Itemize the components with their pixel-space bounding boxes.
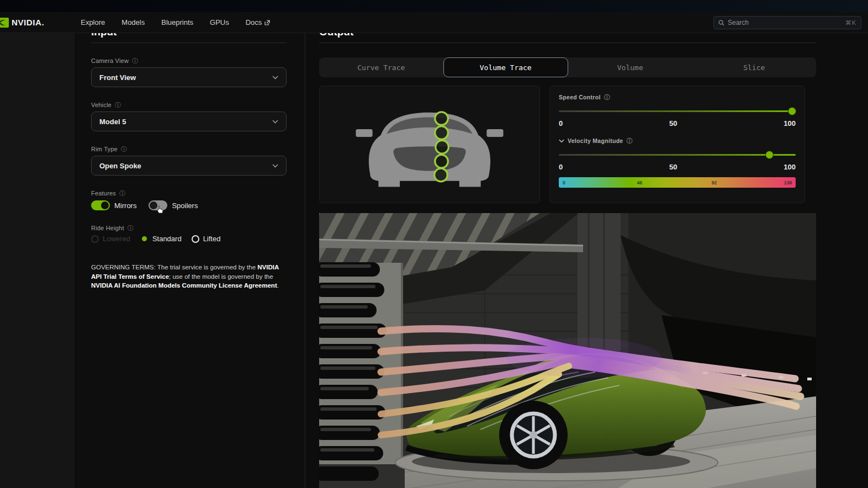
nav-link-gpus[interactable]: GPUs	[210, 18, 229, 26]
velocity-magnitude-label-row: Velocity Magnitude ⓘ	[559, 137, 796, 144]
tab-curve-trace[interactable]: Curve Trace	[319, 57, 443, 77]
terms-middle: ; use of the model is governed by the	[169, 273, 273, 280]
features-label-row: Features ⓘ	[91, 190, 287, 197]
info-icon[interactable]: ⓘ	[627, 138, 633, 144]
velocity-magnitude-slider[interactable]	[559, 151, 796, 158]
speed-control-slider[interactable]	[559, 108, 796, 115]
slider-track	[559, 110, 796, 112]
radio-lowered-label: Lowered	[103, 235, 130, 243]
nav-link-blueprints[interactable]: Blueprints	[161, 18, 193, 26]
camera-view-select[interactable]: Front View	[91, 67, 287, 87]
input-panel-title: Input	[91, 33, 287, 39]
slider-handle[interactable]	[766, 151, 773, 158]
velocity-colorbar: 0 46 92 138	[559, 177, 796, 188]
slider-handle[interactable]	[788, 108, 796, 115]
brand-wordmark: NVIDIA.	[12, 18, 44, 27]
radio-lifted-label: Lifted	[203, 235, 221, 243]
car-front-icon	[352, 98, 507, 191]
vehicle-label: Vehicle	[91, 102, 112, 108]
vehicle-select[interactable]: Model 5	[91, 112, 287, 131]
camera-view-label: Camera View	[91, 57, 129, 64]
nav-link-docs[interactable]: Docs	[246, 18, 271, 26]
nvidia-eye-icon	[0, 15, 9, 30]
tick-min: 0	[559, 163, 563, 171]
wind-tunnel-render	[319, 213, 816, 488]
output-panel: Output Curve Trace Volume Trace Volume S…	[305, 33, 868, 488]
nav-link-explore[interactable]: Explore	[81, 18, 105, 26]
terms-prefix: GOVERNING TERMS: The trial service is go…	[91, 264, 257, 270]
output-panel-title: Output	[319, 33, 816, 39]
external-link-icon	[264, 20, 270, 25]
top-navbar: NVIDIA. Explore Models Blueprints GPUs D…	[0, 12, 868, 33]
radio-lifted[interactable]: Lifted	[192, 235, 221, 243]
tab-volume[interactable]: Volume	[568, 57, 692, 77]
rim-type-select[interactable]: Open Spoke	[91, 156, 287, 176]
mirrors-toggle[interactable]	[91, 200, 110, 210]
rim-type-label: Rim Type	[91, 146, 118, 152]
ride-height-label: Ride Height	[91, 225, 124, 231]
terms-suffix: .	[277, 282, 279, 289]
tab-volume-trace[interactable]: Volume Trace	[443, 57, 569, 77]
speed-control-ticks: 0 50 100	[559, 119, 796, 128]
features-label: Features	[91, 190, 116, 197]
rim-type-label-row: Rim Type ⓘ	[91, 146, 287, 152]
tick-min: 0	[559, 119, 563, 128]
camera-view-value: Front View	[99, 73, 136, 82]
terms-link-license[interactable]: NVIDIA AI Foundation Models Community Li…	[91, 282, 277, 289]
trace-probe[interactable]	[435, 112, 448, 125]
info-icon[interactable]: ⓘ	[132, 58, 138, 64]
nav-link-docs-label: Docs	[246, 18, 262, 26]
colorbar-label: 0	[563, 180, 565, 185]
nvidia-logo[interactable]: NVIDIA.	[0, 15, 44, 30]
governing-terms: GOVERNING TERMS: The trial service is go…	[91, 263, 287, 290]
radio-lowered[interactable]: Lowered	[91, 235, 130, 243]
colorbar-label: 92	[712, 180, 717, 185]
trace-probe[interactable]	[435, 155, 448, 168]
info-icon[interactable]: ⓘ	[128, 225, 134, 231]
radio-ring	[192, 235, 199, 243]
vehicle-label-row: Vehicle ⓘ	[91, 102, 287, 108]
page-top-strip	[0, 0, 868, 12]
velocity-magnitude-ticks: 0 50 100	[559, 163, 796, 171]
nav-link-models[interactable]: Models	[121, 18, 145, 26]
speed-control-label: Speed Control	[559, 94, 601, 100]
tick-mid: 50	[669, 163, 677, 171]
rim-type-value: Open Spoke	[99, 162, 141, 170]
info-icon[interactable]: ⓘ	[121, 146, 127, 152]
camera-view-label-row: Camera View ⓘ	[91, 57, 287, 64]
flow-controls-card: Speed Control ⓘ 0 50 100	[549, 86, 805, 203]
chevron-down-icon	[272, 76, 278, 79]
info-icon[interactable]: ⓘ	[115, 102, 121, 108]
ride-height-label-row: Ride Height ⓘ	[91, 225, 287, 231]
spoilers-toggle[interactable]	[149, 200, 167, 210]
radio-standard[interactable]: Standard	[140, 235, 182, 243]
info-icon[interactable]: ⓘ	[119, 190, 125, 197]
nav-links: Explore Models Blueprints GPUs Docs	[81, 18, 270, 26]
tab-slice[interactable]: Slice	[692, 57, 817, 77]
streamline-emitter-tubes	[319, 262, 387, 481]
trace-probe[interactable]	[435, 126, 448, 139]
spoilers-toggle-item: Spoilers	[149, 200, 198, 210]
chevron-down-icon	[272, 120, 278, 124]
velocity-magnitude-label: Velocity Magnitude	[568, 137, 623, 144]
search-input[interactable]	[728, 19, 845, 26]
input-panel: Input Camera View ⓘ Front View Vehicle ⓘ…	[76, 33, 305, 488]
ride-height-options: Lowered Standard Lifted	[91, 235, 287, 243]
radio-ring	[91, 235, 99, 243]
chevron-down-icon	[272, 164, 278, 168]
output-divider	[319, 43, 816, 43]
info-icon[interactable]: ⓘ	[604, 94, 610, 100]
mirrors-label: Mirrors	[114, 201, 136, 210]
trace-probe[interactable]	[436, 140, 449, 153]
radio-standard-label: Standard	[152, 235, 182, 243]
slider-track	[559, 154, 796, 156]
search-icon	[718, 20, 724, 26]
trace-probe[interactable]	[435, 168, 448, 182]
trace-position-diagram	[319, 86, 540, 203]
tick-max: 100	[784, 119, 796, 128]
speed-control-label-row: Speed Control ⓘ	[559, 94, 796, 100]
tick-mid: 50	[669, 119, 677, 128]
search-box[interactable]: ⌘K	[713, 16, 861, 29]
output-render-viewport[interactable]	[319, 213, 816, 488]
chevron-down-icon[interactable]	[559, 139, 564, 143]
